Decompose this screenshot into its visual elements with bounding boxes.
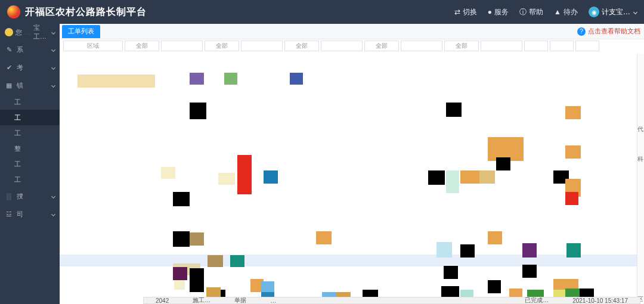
data-cell[interactable]: [237, 155, 252, 194]
filter-box-9[interactable]: 全部: [444, 41, 479, 51]
filter-box-0[interactable]: 区域: [63, 41, 123, 51]
data-cell[interactable]: [173, 267, 187, 280]
status-c3: 单据: [222, 296, 258, 304]
filter-box-8[interactable]: [401, 41, 442, 51]
user-name: 计支宝…: [602, 7, 630, 17]
data-cell[interactable]: [161, 167, 175, 179]
data-cell[interactable]: [436, 242, 452, 258]
right-label: 代: [637, 125, 643, 134]
data-cell[interactable]: [190, 268, 204, 292]
tab-ticket-list[interactable]: 工单列表: [62, 25, 100, 38]
user-menu[interactable]: ◉ 计支宝…: [589, 7, 637, 17]
data-cell[interactable]: [460, 170, 479, 184]
app-header: 开福区农村公路路长制平台 ⇄切换 ●服务 ⓘ帮助 ▲待办 ◉ 计支宝…: [0, 0, 644, 24]
menu-icon: ▦: [5, 82, 13, 89]
data-cell[interactable]: [488, 231, 502, 244]
data-grid[interactable]: [60, 54, 644, 304]
sidebar-item-1[interactable]: ✔考: [0, 58, 60, 76]
sidebar-item-3[interactable]: ░捜: [0, 187, 60, 205]
filter-box-2[interactable]: [161, 41, 203, 51]
data-cell[interactable]: [446, 103, 462, 117]
menu-label: 司: [17, 210, 23, 219]
sidebar-item-4[interactable]: ☳司: [0, 205, 60, 223]
data-cell[interactable]: [316, 231, 332, 244]
filter-box-12[interactable]: [550, 41, 574, 51]
sidebar-sub-2-5[interactable]: 工: [0, 172, 60, 187]
sidebar-welcome: 您 … 宝工…: [0, 24, 60, 41]
data-cell[interactable]: [479, 170, 495, 184]
data-cell[interactable]: [565, 145, 581, 159]
header-link-service[interactable]: ●服务: [488, 7, 509, 17]
menu-icon: ☳: [5, 210, 13, 218]
filter-box-13[interactable]: [575, 41, 599, 51]
right-label: 科: [637, 155, 643, 163]
filter-box-11[interactable]: [524, 41, 548, 51]
chevron-down-icon: [51, 47, 55, 51]
data-cell[interactable]: [208, 255, 223, 267]
data-cell[interactable]: [522, 243, 537, 258]
sidebar-sub-2-3[interactable]: 整: [0, 141, 60, 156]
header-link-help[interactable]: ⓘ帮助: [519, 7, 543, 17]
header-link-todo[interactable]: ▲待办: [554, 7, 578, 17]
sidebar-sub-2-0[interactable]: 工: [0, 94, 60, 110]
data-cell[interactable]: [264, 170, 278, 184]
filter-row: 区域全部全部全部全部全部: [60, 39, 644, 52]
chevron-down-icon: [51, 194, 55, 198]
data-cell[interactable]: [173, 231, 190, 247]
sidebar-item-2[interactable]: ▦镇: [0, 76, 60, 94]
menu-label: 镇: [17, 81, 23, 90]
sidebar-sub-2-2[interactable]: 工: [0, 125, 60, 141]
sidebar: 您 … 宝工… ✎系✔考▦镇工工工整工工░捜☳司: [0, 24, 60, 304]
filter-box-1[interactable]: 全部: [125, 41, 159, 51]
grid-status-bar[interactable]: 2042 施工… 单据 … 已完成… 2021-10-10 15:43:17: [143, 297, 640, 304]
data-cell[interactable]: [218, 173, 235, 185]
main: 工单列表 ? 点击查看帮助文档 区域全部全部全部全部全部 代科区科 2042 施…: [60, 24, 644, 304]
status-c5: 已完成…: [513, 296, 561, 304]
data-cell[interactable]: [190, 73, 204, 85]
data-cell[interactable]: [290, 73, 303, 85]
sidebar-sub-2-1[interactable]: 工: [0, 110, 60, 125]
filter-box-10[interactable]: [481, 41, 522, 51]
data-cell[interactable]: [190, 103, 206, 119]
avatar-icon: ◉: [589, 7, 599, 17]
data-cell[interactable]: [173, 192, 190, 206]
data-cell[interactable]: [488, 280, 501, 293]
status-seq: 2042: [144, 297, 181, 304]
data-cell[interactable]: [224, 73, 237, 85]
header-right: ⇄切换 ●服务 ⓘ帮助 ▲待办 ◉ 计支宝…: [454, 7, 637, 17]
app-title: 开福区农村公路路长制平台: [25, 6, 147, 18]
menu-label: 系: [17, 45, 23, 54]
data-cell[interactable]: [522, 265, 537, 278]
data-cell[interactable]: [446, 170, 459, 193]
data-cell[interactable]: [230, 255, 244, 267]
menu-icon: ░: [5, 193, 13, 200]
tabs-bar: 工单列表 ? 点击查看帮助文档: [60, 24, 644, 39]
filter-box-3[interactable]: 全部: [205, 41, 239, 51]
welcome-icon: [5, 28, 13, 36]
data-cell[interactable]: [444, 266, 458, 279]
filter-box-4[interactable]: [241, 41, 283, 51]
data-cell[interactable]: [460, 244, 475, 258]
sidebar-item-0[interactable]: ✎系: [0, 41, 60, 58]
header-link-switch[interactable]: ⇄切换: [454, 7, 477, 17]
filter-box-6[interactable]: [321, 41, 363, 51]
help-doc-link[interactable]: ? 点击查看帮助文档: [577, 27, 640, 36]
menu-icon: ✎: [5, 46, 13, 54]
menu-icon: ✔: [5, 64, 13, 72]
data-cell[interactable]: [78, 75, 155, 88]
data-cell[interactable]: [566, 243, 581, 258]
data-cell[interactable]: [174, 280, 185, 290]
data-cell[interactable]: [553, 279, 566, 291]
sidebar-sub-2-4[interactable]: 工: [0, 156, 60, 172]
filter-box-7[interactable]: 全部: [364, 41, 399, 51]
data-cell[interactable]: [565, 192, 578, 205]
data-cell[interactable]: [496, 157, 510, 170]
status-c2: 施工…: [181, 296, 222, 304]
data-cell[interactable]: [428, 170, 445, 185]
data-cell[interactable]: [190, 232, 204, 246]
question-icon: ?: [577, 27, 586, 36]
filter-box-5[interactable]: 全部: [284, 41, 319, 51]
emblem-icon: [7, 5, 20, 18]
right-scroll-strip[interactable]: 代科区科: [637, 54, 644, 298]
data-cell[interactable]: [565, 106, 581, 119]
